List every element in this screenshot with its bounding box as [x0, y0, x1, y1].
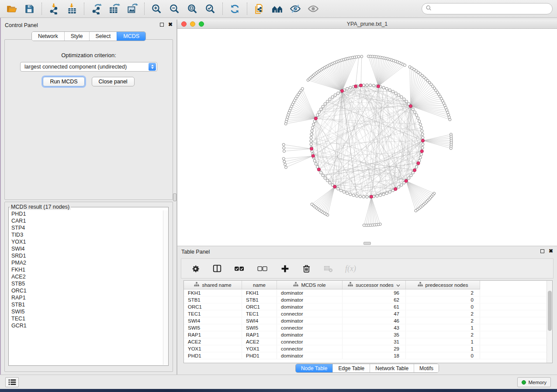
run-mcds-button[interactable]: Run MCDS	[43, 77, 84, 86]
network-canvas[interactable]	[177, 29, 557, 246]
mcds-list-item[interactable]: CAR1	[11, 217, 163, 224]
hide-graphics-details-icon[interactable]	[286, 2, 304, 16]
table-scrollbar[interactable]	[547, 281, 552, 363]
table-tab-edge-table[interactable]: Edge Table	[332, 364, 370, 372]
table-tab-motifs[interactable]: Motifs	[414, 364, 439, 372]
mcds-list-item[interactable]: ACE2	[11, 273, 163, 280]
zoom-out-icon[interactable]	[166, 2, 183, 16]
zoom-in-icon[interactable]	[148, 2, 166, 16]
function-builder-icon: f(x)	[345, 264, 356, 273]
table-toolbar: f(x)	[181, 258, 554, 279]
toolbar-separator	[222, 3, 223, 15]
column-header-name[interactable]: name	[242, 281, 277, 289]
table-row[interactable]: TEC1TEC1connector472	[184, 310, 552, 317]
mcds-list-item[interactable]: STB1	[11, 301, 163, 308]
first-neighbors-icon[interactable]	[268, 2, 286, 16]
toolbar-group	[226, 2, 244, 16]
mcds-list-item[interactable]: TID3	[11, 231, 163, 238]
mcds-list-item[interactable]: SRD1	[11, 252, 163, 259]
settings-icon[interactable]	[191, 264, 200, 273]
memory-button[interactable]: Memory	[517, 377, 551, 387]
save-icon[interactable]	[21, 2, 38, 16]
mcds-list-item[interactable]: PHD1	[11, 210, 163, 217]
table-tab-network-table[interactable]: Network Table	[370, 364, 414, 372]
table-cell: 2	[406, 289, 480, 296]
zoom-selected-icon[interactable]	[201, 2, 219, 16]
table-cell: dominator	[277, 303, 343, 310]
optimization-criterion-select[interactable]: largest connected component (undirected)	[20, 62, 157, 72]
mcds-list-item[interactable]: GCR1	[11, 322, 163, 329]
import-table-icon[interactable]	[63, 2, 81, 16]
table-cell: dominator	[277, 352, 343, 359]
table-cell: 29	[343, 345, 406, 352]
open-file-icon[interactable]	[3, 2, 21, 16]
table-cell: SWI5	[184, 324, 242, 331]
network-graph[interactable]	[177, 29, 557, 246]
table-cell: 2	[406, 310, 480, 317]
column-header-predecessor-nodes[interactable]: predecessor nodes	[406, 281, 480, 289]
panel-list-button[interactable]	[5, 377, 19, 387]
table-cell: 1	[406, 345, 480, 352]
table-tab-node-table[interactable]: Node Table	[296, 364, 333, 372]
close-panel-icon[interactable]: ✖	[168, 22, 173, 27]
horizontal-splitter-grip[interactable]	[363, 242, 371, 245]
column-header-successor-nodes[interactable]: successor nodes	[343, 281, 406, 289]
tab-mcds[interactable]: MCDS	[117, 32, 145, 41]
table-cell: dominator	[277, 317, 343, 324]
splitter-grip[interactable]	[173, 193, 176, 201]
import-network-icon[interactable]	[45, 2, 63, 16]
close-panel-button[interactable]: Close panel	[92, 77, 135, 86]
table-cell: SWI5	[242, 324, 277, 331]
table-scrollbar-thumb[interactable]	[548, 291, 552, 331]
deselect-all-icon[interactable]	[257, 265, 268, 273]
tab-network[interactable]: Network	[32, 32, 64, 41]
table-row[interactable]: FKH1FKH1dominator962	[184, 289, 552, 296]
table-row[interactable]: STB1STB1dominator620	[184, 296, 552, 303]
memory-label: Memory	[528, 380, 547, 385]
mcds-list-item[interactable]: TEC1	[11, 315, 163, 322]
mcds-list-item[interactable]: STP4	[11, 224, 163, 231]
table-row[interactable]: PHD1PHD1dominator180	[184, 352, 552, 359]
table-cell: RAP1	[184, 331, 242, 338]
table-cell: STB1	[242, 296, 277, 303]
export-image-icon[interactable]	[123, 2, 141, 16]
export-network-icon[interactable]	[87, 2, 105, 16]
columns-icon[interactable]	[212, 264, 222, 273]
column-header-shared-name[interactable]: shared name	[184, 281, 242, 289]
clone-network-icon[interactable]	[250, 2, 268, 16]
delete-icon[interactable]	[302, 264, 311, 273]
control-panel-tabs: NetworkStyleSelectMCDS	[31, 31, 146, 41]
add-icon[interactable]	[280, 264, 290, 273]
maximize-window-button[interactable]	[199, 21, 204, 27]
mcds-list-scrollbar[interactable]	[163, 210, 168, 365]
float-table-panel-icon[interactable]	[540, 249, 544, 253]
float-panel-icon[interactable]	[160, 23, 164, 27]
table-row[interactable]: ORC1ORC1dominator610	[184, 303, 552, 310]
mcds-list-item[interactable]: STB5	[11, 280, 163, 287]
mcds-list-item[interactable]: SWI5	[11, 308, 163, 315]
table-row[interactable]: SWI5SWI5connector431	[184, 324, 552, 331]
toolbar-separator	[84, 3, 84, 15]
tab-select[interactable]: Select	[89, 32, 117, 41]
mcds-list-item[interactable]: ORC1	[11, 287, 163, 294]
search-input[interactable]	[434, 4, 552, 13]
table-row[interactable]: RAP1RAP1dominator352	[184, 331, 552, 338]
column-header-MCDS-role[interactable]: MCDS role	[277, 281, 343, 289]
minimize-window-button[interactable]	[190, 21, 195, 27]
table-row[interactable]: YOX1YOX1connector291	[184, 345, 552, 352]
mcds-list-item[interactable]: PMA2	[11, 259, 163, 266]
close-window-button[interactable]	[181, 21, 187, 27]
mcds-list-item[interactable]: SWI4	[11, 245, 163, 252]
mcds-list-item[interactable]: YOX1	[11, 238, 163, 245]
tab-style[interactable]: Style	[64, 32, 89, 41]
select-all-icon[interactable]	[234, 265, 245, 273]
table-row[interactable]: SWI4SWI4dominator462	[184, 317, 552, 324]
export-table-icon[interactable]	[105, 2, 123, 16]
mcds-list-item[interactable]: FKH1	[11, 266, 163, 273]
mcds-list-item[interactable]: RAP1	[11, 294, 163, 301]
close-table-panel-icon[interactable]: ✖	[549, 249, 553, 253]
show-graphics-details-icon[interactable]	[304, 2, 322, 16]
zoom-fit-icon[interactable]	[183, 2, 201, 16]
refresh-icon[interactable]	[226, 2, 244, 16]
table-row[interactable]: ACE2ACE2connector311	[184, 338, 552, 345]
